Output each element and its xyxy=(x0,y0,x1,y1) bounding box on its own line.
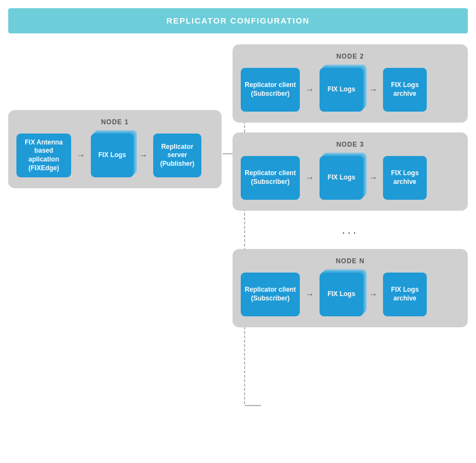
nodeN-label: NODE N xyxy=(241,257,460,265)
node1-label: NODE 1 xyxy=(16,118,213,126)
replicator-server-box: Replicatorserver(Publisher) xyxy=(153,134,201,177)
replicator-client-node2: Replicator client(Subscriber) xyxy=(241,68,300,112)
nodeN-container: NODE N Replicator client(Subscriber) → F… xyxy=(233,249,468,327)
fix-logs-archive-nodeN: FIX Logsarchive xyxy=(383,273,427,316)
node1-content: FIX Antennabased aplication(FIXEdge) → F… xyxy=(16,134,213,177)
arrow-n3-1: → xyxy=(305,173,314,183)
dots-separator: ... xyxy=(233,221,468,239)
replicator-client-node3: Replicator client(Subscriber) xyxy=(241,156,300,200)
fix-logs-box-node1: FIX Logs xyxy=(91,134,133,177)
header-bar: REPLICATOR CONFIGURATION xyxy=(8,8,468,33)
arrow-nN-1: → xyxy=(305,290,314,299)
fix-logs-stack-node1: FIX Logs xyxy=(91,134,133,177)
node3-container: NODE 3 Replicator client(Subscriber) → F… xyxy=(233,132,468,211)
main-content: NODE 1 FIX Antennabased aplication(FIXEd… xyxy=(8,44,468,327)
nodeN-content: Replicator client(Subscriber) → FIX Logs… xyxy=(241,273,460,316)
arrow1: → xyxy=(77,151,85,160)
header-title: REPLICATOR CONFIGURATION xyxy=(166,16,310,25)
arrow-n2-2: → xyxy=(369,85,378,95)
arrow-nN-2: → xyxy=(369,290,378,299)
fix-logs-nodeN: FIX Logs xyxy=(320,273,363,316)
fix-antenna-box: FIX Antennabased aplication(FIXEdge) xyxy=(16,134,71,177)
node2-content: Replicator client(Subscriber) → FIX Logs… xyxy=(241,68,460,112)
fix-logs-stack-nodeN: FIX Logs xyxy=(320,273,363,316)
fix-logs-archive-node3: FIX Logsarchive xyxy=(383,156,427,200)
right-col: NODE 2 Replicator client(Subscriber) → F… xyxy=(233,44,468,327)
fix-logs-node3: FIX Logs xyxy=(320,156,363,200)
node2-label: NODE 2 xyxy=(241,53,460,60)
node3-label: NODE 3 xyxy=(241,141,460,148)
fix-logs-stack-node2: FIX Logs xyxy=(320,68,363,112)
arrow-n3-2: → xyxy=(369,173,378,183)
page: REPLICATOR CONFIGURATION xyxy=(0,0,476,463)
node3-content: Replicator client(Subscriber) → FIX Logs… xyxy=(241,156,460,200)
arrow2: → xyxy=(139,151,148,160)
node1-container: NODE 1 FIX Antennabased aplication(FIXEd… xyxy=(8,110,222,188)
fix-logs-archive-node2: FIX Logsarchive xyxy=(383,68,427,112)
replicator-client-nodeN: Replicator client(Subscriber) xyxy=(241,273,300,316)
fix-logs-node2: FIX Logs xyxy=(320,68,363,112)
node2-container: NODE 2 Replicator client(Subscriber) → F… xyxy=(233,44,468,123)
fix-logs-stack-node3: FIX Logs xyxy=(320,156,363,200)
main-layout: NODE 1 FIX Antennabased aplication(FIXEd… xyxy=(8,44,468,327)
arrow-n2-1: → xyxy=(305,85,314,95)
